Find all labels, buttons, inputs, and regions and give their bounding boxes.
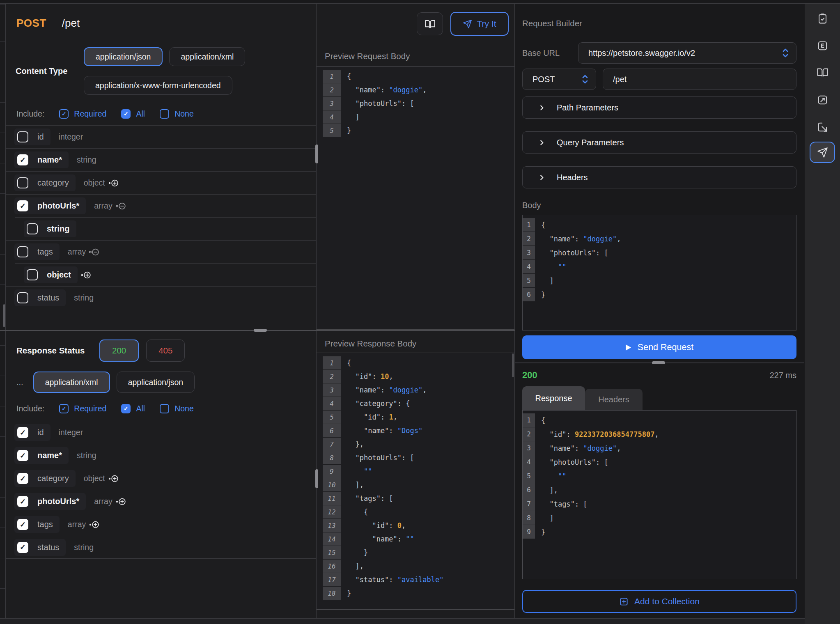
send-request-button[interactable]: Send Request <box>522 335 796 359</box>
content-type-button[interactable]: application/json <box>117 372 195 393</box>
field-name: photoUrls* <box>37 201 79 211</box>
vertical-drag-handle[interactable] <box>315 145 318 163</box>
field-checkbox[interactable] <box>17 131 28 142</box>
field-checkbox[interactable] <box>17 427 28 438</box>
field-checkbox[interactable] <box>27 223 38 234</box>
docs-button[interactable] <box>417 12 443 35</box>
field-row-highlight: tags <box>14 516 60 533</box>
field-checkbox[interactable] <box>17 542 28 553</box>
sidebar-scrollbar-thumb[interactable] <box>3 304 5 327</box>
tab-headers[interactable]: Headers <box>585 389 643 410</box>
expand-circle-plus-icon[interactable] <box>88 521 99 528</box>
field-checkbox[interactable] <box>17 473 28 484</box>
field-row: object <box>15 263 316 286</box>
method-path-row: POST /pet <box>522 69 796 90</box>
collapse-circle-minus-icon[interactable] <box>88 248 99 256</box>
line-number: 5 <box>523 469 535 483</box>
field-type: string <box>77 451 96 460</box>
line-number: 15 <box>323 546 341 559</box>
request-builder-panel: Request Builder Base URL https://petstor… <box>515 4 805 618</box>
field-row-highlight: category <box>14 470 76 487</box>
share-icon[interactable] <box>817 121 829 133</box>
include-checkbox[interactable] <box>59 109 69 119</box>
code-line: "tags": [ <box>541 497 796 511</box>
content-type-button[interactable]: application/xml <box>169 47 245 66</box>
field-checkbox[interactable] <box>17 496 28 507</box>
field-checkbox[interactable] <box>17 200 28 211</box>
status-code-button-405[interactable]: 405 <box>146 340 185 362</box>
code-line: "" <box>541 469 796 483</box>
base-url-select[interactable]: https://petstore.swagger.io/v2 <box>578 42 796 64</box>
content-type-button[interactable]: application/xml <box>33 372 110 393</box>
code-line: } <box>347 546 514 560</box>
tab-response[interactable]: Response <box>522 386 585 410</box>
chevron-right-icon <box>538 139 545 146</box>
include-checkbox[interactable] <box>121 109 131 119</box>
code-line: "" <box>541 260 796 274</box>
split-drag-handle[interactable] <box>254 329 267 332</box>
include-checkbox[interactable] <box>121 404 131 413</box>
field-name: tags <box>37 247 53 257</box>
include-option-label: Required <box>74 404 106 413</box>
section-headers[interactable]: Headers <box>522 166 796 188</box>
field-type: integer <box>59 428 83 437</box>
field-checkbox[interactable] <box>17 246 28 257</box>
line-number: 1 <box>523 218 535 232</box>
code-line: "id": 0, <box>347 519 514 532</box>
book-icon[interactable] <box>817 66 829 78</box>
field-checkbox[interactable] <box>17 292 28 303</box>
code-line: ] <box>347 110 514 124</box>
field-row: statusstring <box>6 286 316 309</box>
field-checkbox[interactable] <box>17 154 28 165</box>
line-number: 9 <box>323 465 341 478</box>
include-option-none: None <box>160 404 194 413</box>
line-number: 7 <box>523 497 535 511</box>
send-tool-button[interactable] <box>810 142 835 163</box>
field-type: integer <box>59 132 83 142</box>
line-number: 16 <box>323 560 341 573</box>
include-checkbox[interactable] <box>160 404 169 413</box>
vertical-drag-handle[interactable] <box>315 469 318 488</box>
preview-response-title: Preview Response Body <box>325 339 416 349</box>
method-select[interactable]: POST <box>522 69 596 90</box>
code-line: "status": "available" <box>347 573 514 587</box>
preview-scrollbar-thumb[interactable] <box>512 353 514 377</box>
field-checkbox[interactable] <box>17 177 28 188</box>
status-code-button-200[interactable]: 200 <box>99 340 139 362</box>
field-checkbox[interactable] <box>27 269 38 280</box>
expand-circle-plus-icon[interactable] <box>115 498 126 505</box>
content-type-button[interactable]: application/json <box>84 47 163 66</box>
section-query-parameters[interactable]: Query Parameters <box>522 131 796 154</box>
more-content-types-ellipsis[interactable]: ... <box>16 378 23 387</box>
add-to-collection-button[interactable]: Add to Collection <box>522 590 796 613</box>
code-line: "category": { <box>347 397 514 411</box>
expand-circle-plus-icon[interactable] <box>108 475 119 482</box>
field-row-highlight: name* <box>14 151 69 168</box>
include-checkbox[interactable] <box>160 109 169 119</box>
collapse-circle-minus-icon[interactable] <box>115 202 126 210</box>
section-path-parameters[interactable]: Path Parameters <box>522 96 796 119</box>
line-number: 4 <box>523 260 535 273</box>
code-content: { "id": 10, "name": "doggie", "category"… <box>341 356 514 609</box>
code-line: "id": 10, <box>347 370 514 383</box>
include-label: Include: <box>16 404 44 413</box>
path-input[interactable]: /pet <box>603 69 796 90</box>
body-editor[interactable]: 123456 { "name": "doggie", "photoUrls": … <box>522 215 796 330</box>
clipboard-check-icon[interactable] <box>817 12 829 25</box>
edit-icon[interactable] <box>817 94 829 106</box>
line-number: 2 <box>323 370 341 383</box>
include-checkbox[interactable] <box>59 404 69 413</box>
e-square-icon[interactable] <box>817 39 829 52</box>
field-checkbox[interactable] <box>17 450 28 461</box>
expand-circle-plus-icon[interactable] <box>80 271 91 279</box>
split-drag-handle[interactable] <box>652 361 665 364</box>
field-name: tags <box>37 520 53 529</box>
content-type-button[interactable]: application/x-www-form-urlencoded <box>84 76 232 95</box>
base-url-value: https://petstore.swagger.io/v2 <box>588 48 695 58</box>
field-checkbox[interactable] <box>17 519 28 530</box>
line-number: 4 <box>523 455 535 469</box>
field-row: photoUrls*array <box>6 490 316 513</box>
field-name: id <box>37 132 44 142</box>
try-it-button[interactable]: Try It <box>450 12 509 36</box>
expand-circle-plus-icon[interactable] <box>108 179 119 187</box>
